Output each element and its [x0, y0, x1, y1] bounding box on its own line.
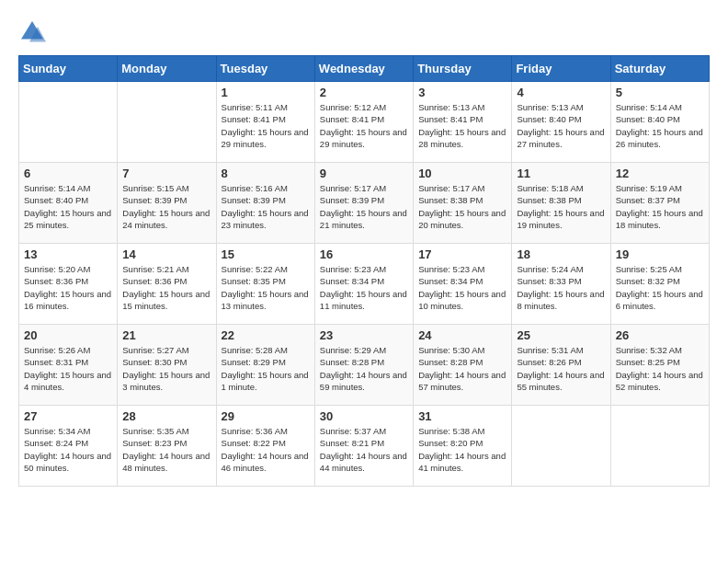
calendar-day-20: 20Sunrise: 5:26 AMSunset: 8:31 PMDayligh… [19, 325, 118, 406]
calendar-week-3: 13Sunrise: 5:20 AMSunset: 8:36 PMDayligh… [19, 244, 710, 325]
day-info: Sunrise: 5:23 AMSunset: 8:34 PMDaylight:… [320, 263, 408, 312]
calendar-day-16: 16Sunrise: 5:23 AMSunset: 8:34 PMDayligh… [314, 244, 413, 325]
day-number: 9 [320, 167, 408, 180]
weekday-header-thursday: Thursday [414, 56, 512, 82]
weekday-header-tuesday: Tuesday [216, 56, 314, 82]
calendar-week-2: 6Sunrise: 5:14 AMSunset: 8:40 PMDaylight… [19, 163, 710, 244]
calendar-day-17: 17Sunrise: 5:23 AMSunset: 8:34 PMDayligh… [414, 244, 512, 325]
day-number: 19 [616, 247, 704, 261]
day-number: 24 [418, 328, 506, 342]
calendar-day-11: 11Sunrise: 5:18 AMSunset: 8:38 PMDayligh… [512, 163, 610, 244]
day-number: 15 [222, 247, 310, 261]
calendar-week-4: 20Sunrise: 5:26 AMSunset: 8:31 PMDayligh… [19, 325, 710, 406]
day-number: 7 [122, 167, 210, 180]
calendar-day-27: 27Sunrise: 5:34 AMSunset: 8:24 PMDayligh… [19, 406, 118, 487]
day-info: Sunrise: 5:22 AMSunset: 8:35 PMDaylight:… [222, 263, 310, 312]
day-number: 16 [320, 247, 408, 261]
day-number: 18 [517, 247, 605, 261]
day-number: 28 [122, 409, 210, 423]
calendar-day-7: 7Sunrise: 5:15 AMSunset: 8:39 PMDaylight… [118, 163, 216, 244]
day-number: 10 [418, 167, 506, 180]
calendar-page: SundayMondayTuesdayWednesdayThursdayFrid… [0, 0, 728, 496]
day-info: Sunrise: 5:28 AMSunset: 8:29 PMDaylight:… [222, 344, 310, 393]
calendar-day-1: 1Sunrise: 5:11 AMSunset: 8:41 PMDaylight… [216, 82, 314, 163]
day-info: Sunrise: 5:12 AMSunset: 8:41 PMDaylight:… [320, 101, 408, 150]
calendar-day-3: 3Sunrise: 5:13 AMSunset: 8:41 PMDaylight… [414, 82, 512, 163]
day-number: 23 [320, 328, 408, 342]
day-info: Sunrise: 5:31 AMSunset: 8:26 PMDaylight:… [517, 344, 605, 393]
calendar-week-5: 27Sunrise: 5:34 AMSunset: 8:24 PMDayligh… [19, 406, 710, 487]
logo-icon [18, 18, 46, 46]
day-info: Sunrise: 5:17 AMSunset: 8:39 PMDaylight:… [320, 182, 408, 231]
day-number: 25 [517, 328, 605, 342]
day-info: Sunrise: 5:34 AMSunset: 8:24 PMDaylight:… [24, 425, 112, 474]
day-info: Sunrise: 5:38 AMSunset: 8:20 PMDaylight:… [418, 425, 506, 474]
day-info: Sunrise: 5:36 AMSunset: 8:22 PMDaylight:… [222, 425, 310, 474]
day-info: Sunrise: 5:23 AMSunset: 8:34 PMDaylight:… [418, 263, 506, 312]
calendar-day-5: 5Sunrise: 5:14 AMSunset: 8:40 PMDaylight… [610, 82, 709, 163]
calendar-day-12: 12Sunrise: 5:19 AMSunset: 8:37 PMDayligh… [610, 163, 709, 244]
day-number: 3 [418, 86, 506, 99]
day-number: 5 [616, 86, 704, 99]
day-number: 4 [517, 86, 605, 99]
day-number: 13 [24, 247, 112, 261]
day-info: Sunrise: 5:24 AMSunset: 8:33 PMDaylight:… [517, 263, 605, 312]
calendar-day-14: 14Sunrise: 5:21 AMSunset: 8:36 PMDayligh… [118, 244, 216, 325]
calendar-day-13: 13Sunrise: 5:20 AMSunset: 8:36 PMDayligh… [19, 244, 118, 325]
day-info: Sunrise: 5:19 AMSunset: 8:37 PMDaylight:… [616, 182, 704, 231]
day-info: Sunrise: 5:20 AMSunset: 8:36 PMDaylight:… [24, 263, 112, 312]
day-number: 8 [222, 167, 310, 180]
day-info: Sunrise: 5:15 AMSunset: 8:39 PMDaylight:… [122, 182, 210, 231]
weekday-header-wednesday: Wednesday [314, 56, 413, 82]
day-number: 14 [122, 247, 210, 261]
calendar-day-28: 28Sunrise: 5:35 AMSunset: 8:23 PMDayligh… [118, 406, 216, 487]
weekday-header-saturday: Saturday [610, 56, 709, 82]
day-info: Sunrise: 5:17 AMSunset: 8:38 PMDaylight:… [418, 182, 506, 231]
day-number: 20 [24, 328, 112, 342]
calendar-day-6: 6Sunrise: 5:14 AMSunset: 8:40 PMDaylight… [19, 163, 118, 244]
calendar-day-30: 30Sunrise: 5:37 AMSunset: 8:21 PMDayligh… [314, 406, 413, 487]
empty-cell [118, 82, 216, 163]
day-info: Sunrise: 5:35 AMSunset: 8:23 PMDaylight:… [122, 425, 210, 474]
day-info: Sunrise: 5:32 AMSunset: 8:25 PMDaylight:… [616, 344, 704, 393]
day-info: Sunrise: 5:13 AMSunset: 8:40 PMDaylight:… [517, 101, 605, 150]
day-number: 11 [517, 167, 605, 180]
calendar-week-1: 1Sunrise: 5:11 AMSunset: 8:41 PMDaylight… [19, 82, 710, 163]
calendar-day-2: 2Sunrise: 5:12 AMSunset: 8:41 PMDaylight… [314, 82, 413, 163]
calendar-day-23: 23Sunrise: 5:29 AMSunset: 8:28 PMDayligh… [314, 325, 413, 406]
day-info: Sunrise: 5:18 AMSunset: 8:38 PMDaylight:… [517, 182, 605, 231]
day-number: 26 [616, 328, 704, 342]
day-number: 21 [122, 328, 210, 342]
day-info: Sunrise: 5:30 AMSunset: 8:28 PMDaylight:… [418, 344, 506, 393]
day-info: Sunrise: 5:21 AMSunset: 8:36 PMDaylight:… [122, 263, 210, 312]
day-info: Sunrise: 5:14 AMSunset: 8:40 PMDaylight:… [616, 101, 704, 150]
day-number: 2 [320, 86, 408, 99]
day-info: Sunrise: 5:29 AMSunset: 8:28 PMDaylight:… [320, 344, 408, 393]
calendar-day-15: 15Sunrise: 5:22 AMSunset: 8:35 PMDayligh… [216, 244, 314, 325]
day-info: Sunrise: 5:27 AMSunset: 8:30 PMDaylight:… [122, 344, 210, 393]
calendar-day-19: 19Sunrise: 5:25 AMSunset: 8:32 PMDayligh… [610, 244, 709, 325]
day-number: 22 [222, 328, 310, 342]
empty-cell [610, 406, 709, 487]
calendar-table: SundayMondayTuesdayWednesdayThursdayFrid… [18, 55, 710, 487]
logo [18, 18, 50, 46]
calendar-day-25: 25Sunrise: 5:31 AMSunset: 8:26 PMDayligh… [512, 325, 610, 406]
day-info: Sunrise: 5:13 AMSunset: 8:41 PMDaylight:… [418, 101, 506, 150]
calendar-day-8: 8Sunrise: 5:16 AMSunset: 8:39 PMDaylight… [216, 163, 314, 244]
day-number: 12 [616, 167, 704, 180]
calendar-day-10: 10Sunrise: 5:17 AMSunset: 8:38 PMDayligh… [414, 163, 512, 244]
calendar-day-24: 24Sunrise: 5:30 AMSunset: 8:28 PMDayligh… [414, 325, 512, 406]
weekday-header-monday: Monday [118, 56, 216, 82]
weekday-header-row: SundayMondayTuesdayWednesdayThursdayFrid… [19, 56, 710, 82]
calendar-day-26: 26Sunrise: 5:32 AMSunset: 8:25 PMDayligh… [610, 325, 709, 406]
day-number: 1 [222, 86, 310, 99]
calendar-day-29: 29Sunrise: 5:36 AMSunset: 8:22 PMDayligh… [216, 406, 314, 487]
day-number: 17 [418, 247, 506, 261]
weekday-header-sunday: Sunday [19, 56, 118, 82]
day-info: Sunrise: 5:16 AMSunset: 8:39 PMDaylight:… [222, 182, 310, 231]
calendar-day-21: 21Sunrise: 5:27 AMSunset: 8:30 PMDayligh… [118, 325, 216, 406]
empty-cell [19, 82, 118, 163]
calendar-day-31: 31Sunrise: 5:38 AMSunset: 8:20 PMDayligh… [414, 406, 512, 487]
calendar-day-18: 18Sunrise: 5:24 AMSunset: 8:33 PMDayligh… [512, 244, 610, 325]
calendar-day-22: 22Sunrise: 5:28 AMSunset: 8:29 PMDayligh… [216, 325, 314, 406]
